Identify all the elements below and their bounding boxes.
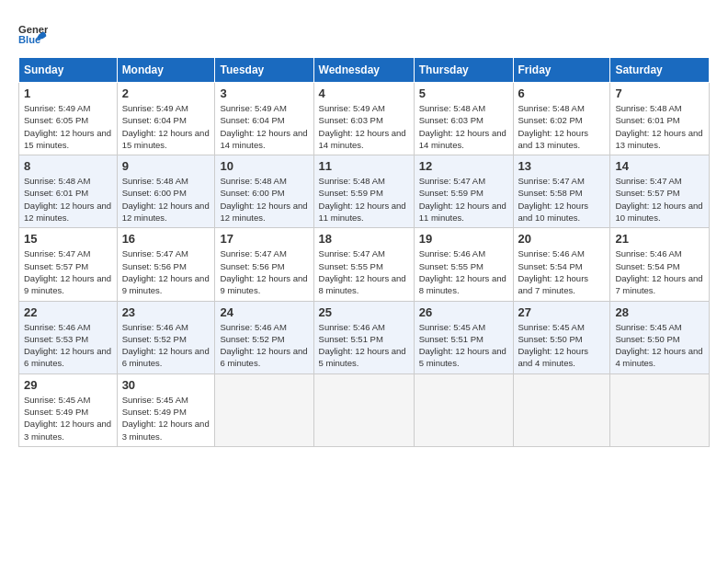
weekday-header-tuesday: Tuesday [215,58,313,83]
day-info: Sunrise: 5:49 AMSunset: 6:04 PMDaylight:… [220,102,308,151]
week-row-4: 22Sunrise: 5:46 AMSunset: 5:53 PMDayligh… [19,301,710,373]
day-info: Sunrise: 5:48 AMSunset: 6:01 PMDaylight:… [615,102,704,151]
calendar-cell: 26Sunrise: 5:45 AMSunset: 5:51 PMDayligh… [414,301,513,373]
day-info: Sunrise: 5:47 AMSunset: 5:57 PMDaylight:… [615,175,704,224]
page-header: General Blue [18,18,710,48]
day-number: 28 [615,305,704,319]
calendar-cell: 20Sunrise: 5:46 AMSunset: 5:54 PMDayligh… [513,228,610,301]
day-number: 5 [419,86,508,100]
day-info: Sunrise: 5:46 AMSunset: 5:55 PMDaylight:… [419,247,508,296]
calendar-cell [414,373,513,446]
calendar-cell [610,373,710,446]
day-number: 29 [24,378,112,392]
calendar-cell: 13Sunrise: 5:47 AMSunset: 5:58 PMDayligh… [513,155,610,228]
day-info: Sunrise: 5:47 AMSunset: 5:55 PMDaylight:… [319,247,409,296]
day-info: Sunrise: 5:47 AMSunset: 5:56 PMDaylight:… [122,247,210,296]
day-info: Sunrise: 5:48 AMSunset: 6:01 PMDaylight:… [24,175,112,224]
calendar-cell: 8Sunrise: 5:48 AMSunset: 6:01 PMDaylight… [19,155,118,228]
day-number: 24 [220,305,308,319]
day-number: 7 [615,86,704,100]
calendar-cell: 29Sunrise: 5:45 AMSunset: 5:49 PMDayligh… [19,373,118,446]
day-info: Sunrise: 5:46 AMSunset: 5:53 PMDaylight:… [24,321,112,370]
day-number: 16 [122,232,210,246]
day-info: Sunrise: 5:47 AMSunset: 5:57 PMDaylight:… [24,247,112,296]
calendar-cell: 15Sunrise: 5:47 AMSunset: 5:57 PMDayligh… [19,228,118,301]
calendar-cell: 6Sunrise: 5:48 AMSunset: 6:02 PMDaylight… [513,83,610,155]
calendar-cell: 25Sunrise: 5:46 AMSunset: 5:51 PMDayligh… [313,301,414,373]
day-number: 13 [518,159,606,173]
calendar-cell: 22Sunrise: 5:46 AMSunset: 5:53 PMDayligh… [19,301,118,373]
weekday-header-monday: Monday [117,58,215,83]
day-info: Sunrise: 5:48 AMSunset: 5:59 PMDaylight:… [319,175,409,224]
calendar-cell: 14Sunrise: 5:47 AMSunset: 5:57 PMDayligh… [610,155,710,228]
day-info: Sunrise: 5:47 AMSunset: 5:58 PMDaylight:… [518,175,606,224]
day-info: Sunrise: 5:49 AMSunset: 6:04 PMDaylight:… [122,102,210,151]
day-number: 21 [615,232,704,246]
weekday-header-wednesday: Wednesday [313,58,414,83]
weekday-header-friday: Friday [513,58,610,83]
day-number: 30 [122,378,210,392]
calendar-cell: 5Sunrise: 5:48 AMSunset: 6:03 PMDaylight… [414,83,513,155]
day-number: 19 [419,232,508,246]
day-number: 1 [24,86,112,100]
day-info: Sunrise: 5:45 AMSunset: 5:50 PMDaylight:… [518,321,606,370]
day-number: 23 [122,305,210,319]
week-row-1: 1Sunrise: 5:49 AMSunset: 6:05 PMDaylight… [19,83,710,155]
day-info: Sunrise: 5:48 AMSunset: 6:03 PMDaylight:… [419,102,508,151]
calendar-cell: 27Sunrise: 5:45 AMSunset: 5:50 PMDayligh… [513,301,610,373]
day-number: 15 [24,232,112,246]
day-info: Sunrise: 5:47 AMSunset: 5:56 PMDaylight:… [220,247,308,296]
calendar-cell: 21Sunrise: 5:46 AMSunset: 5:54 PMDayligh… [610,228,710,301]
day-info: Sunrise: 5:46 AMSunset: 5:54 PMDaylight:… [615,247,704,296]
day-info: Sunrise: 5:48 AMSunset: 6:00 PMDaylight:… [122,175,210,224]
day-number: 27 [518,305,606,319]
calendar-cell [513,373,610,446]
week-row-5: 29Sunrise: 5:45 AMSunset: 5:49 PMDayligh… [19,373,710,446]
calendar-cell: 3Sunrise: 5:49 AMSunset: 6:04 PMDaylight… [215,83,313,155]
calendar-cell: 4Sunrise: 5:49 AMSunset: 6:03 PMDaylight… [313,83,414,155]
day-number: 10 [220,159,308,173]
day-number: 18 [319,232,409,246]
day-info: Sunrise: 5:45 AMSunset: 5:50 PMDaylight:… [615,321,704,370]
week-row-3: 15Sunrise: 5:47 AMSunset: 5:57 PMDayligh… [19,228,710,301]
weekday-header-sunday: Sunday [19,58,118,83]
calendar-cell: 28Sunrise: 5:45 AMSunset: 5:50 PMDayligh… [610,301,710,373]
day-info: Sunrise: 5:46 AMSunset: 5:52 PMDaylight:… [220,321,308,370]
day-info: Sunrise: 5:46 AMSunset: 5:51 PMDaylight:… [319,321,409,370]
day-number: 4 [319,86,409,100]
calendar-cell: 19Sunrise: 5:46 AMSunset: 5:55 PMDayligh… [414,228,513,301]
day-number: 26 [419,305,508,319]
logo: General Blue [18,18,48,48]
day-number: 14 [615,159,704,173]
calendar-cell: 9Sunrise: 5:48 AMSunset: 6:00 PMDaylight… [117,155,215,228]
calendar-cell: 2Sunrise: 5:49 AMSunset: 6:04 PMDaylight… [117,83,215,155]
day-number: 2 [122,86,210,100]
day-number: 17 [220,232,308,246]
logo-icon: General Blue [18,18,48,48]
calendar-cell [313,373,414,446]
calendar-cell: 11Sunrise: 5:48 AMSunset: 5:59 PMDayligh… [313,155,414,228]
day-info: Sunrise: 5:46 AMSunset: 5:54 PMDaylight:… [518,247,606,296]
day-number: 9 [122,159,210,173]
day-number: 8 [24,159,112,173]
week-row-2: 8Sunrise: 5:48 AMSunset: 6:01 PMDaylight… [19,155,710,228]
day-info: Sunrise: 5:45 AMSunset: 5:51 PMDaylight:… [419,321,508,370]
day-number: 6 [518,86,606,100]
calendar-cell: 23Sunrise: 5:46 AMSunset: 5:52 PMDayligh… [117,301,215,373]
weekday-header-saturday: Saturday [610,58,710,83]
day-info: Sunrise: 5:46 AMSunset: 5:52 PMDaylight:… [122,321,210,370]
svg-text:Blue: Blue [18,34,40,45]
calendar-cell: 17Sunrise: 5:47 AMSunset: 5:56 PMDayligh… [215,228,313,301]
calendar-table: SundayMondayTuesdayWednesdayThursdayFrid… [18,57,710,447]
day-number: 11 [319,159,409,173]
day-info: Sunrise: 5:49 AMSunset: 6:05 PMDaylight:… [24,102,112,151]
day-number: 3 [220,86,308,100]
calendar-cell: 16Sunrise: 5:47 AMSunset: 5:56 PMDayligh… [117,228,215,301]
calendar-cell: 30Sunrise: 5:45 AMSunset: 5:49 PMDayligh… [117,373,215,446]
weekday-header-row: SundayMondayTuesdayWednesdayThursdayFrid… [19,58,710,83]
calendar-cell [215,373,313,446]
calendar-cell: 10Sunrise: 5:48 AMSunset: 6:00 PMDayligh… [215,155,313,228]
day-number: 20 [518,232,606,246]
day-number: 25 [319,305,409,319]
day-number: 12 [419,159,508,173]
